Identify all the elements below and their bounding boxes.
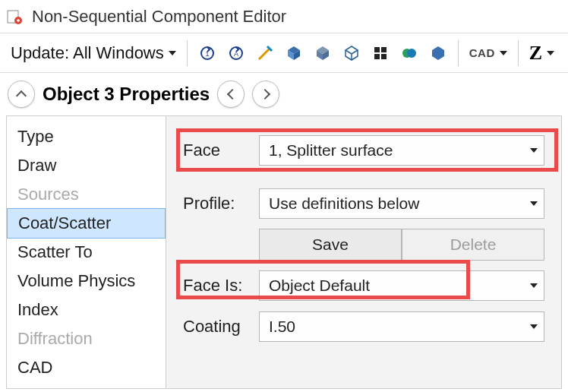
face-label: Face: [183, 141, 259, 160]
svg-text:1: 1: [205, 50, 209, 58]
profile-label: Profile:: [183, 194, 259, 213]
face-dropdown[interactable]: 1, Splitter surface: [259, 135, 544, 166]
sidebar-item-scatter-to[interactable]: Scatter To: [7, 238, 166, 267]
toolbar-separator: [458, 40, 459, 66]
tilt-icon[interactable]: [253, 41, 277, 65]
coating-label: Coating: [183, 317, 259, 337]
chevron-left-icon: [227, 89, 238, 100]
properties-body: Type Draw Sources Coat/Scatter Scatter T…: [6, 115, 562, 389]
toolbar-separator: [187, 40, 188, 66]
sidebar-item-sources: Sources: [7, 180, 166, 209]
sidebar: Type Draw Sources Coat/Scatter Scatter T…: [7, 116, 166, 388]
profile-buttons: Save Delete: [259, 229, 544, 261]
cad-dropdown[interactable]: CAD: [466, 45, 510, 61]
delete-button: Delete: [402, 229, 544, 261]
svg-rect-7: [381, 47, 387, 52]
caret-down-icon: [530, 324, 538, 329]
faceis-label: Face Is:: [183, 276, 259, 296]
save-button[interactable]: Save: [259, 229, 402, 261]
collapse-button[interactable]: [8, 81, 35, 108]
chevron-up-icon: [16, 90, 27, 101]
cad-label: CAD: [469, 46, 495, 59]
sidebar-item-volume-physics[interactable]: Volume Physics: [7, 267, 166, 296]
face-row: Face 1, Splitter surface: [183, 134, 544, 166]
z-label: Z: [529, 42, 542, 65]
sidebar-item-diffraction: Diffraction: [7, 324, 166, 353]
caret-down-icon: [547, 51, 554, 55]
caret-down-icon: [500, 51, 507, 55]
profile-value: Use definitions below: [269, 194, 419, 213]
hexagon-icon[interactable]: [426, 41, 450, 65]
grid-icon[interactable]: [368, 41, 393, 65]
coating-value: I.50: [269, 318, 295, 336]
overlap-icon[interactable]: [397, 41, 421, 65]
caret-down-icon: [530, 148, 538, 153]
delete-label: Delete: [450, 236, 497, 254]
svg-rect-6: [374, 47, 380, 52]
refresh-all-icon[interactable]: A: [224, 41, 248, 65]
sidebar-item-cad[interactable]: CAD: [7, 353, 166, 382]
save-label: Save: [312, 236, 349, 254]
sidebar-item-type[interactable]: Type: [7, 122, 166, 151]
caret-down-icon: [530, 201, 538, 206]
faceis-value: Object Default: [269, 277, 370, 295]
faceis-dropdown[interactable]: Object Default: [259, 270, 544, 301]
app-icon: [6, 8, 23, 25]
sidebar-item-draw[interactable]: Draw: [7, 151, 166, 180]
z-dropdown[interactable]: Z: [526, 40, 557, 66]
shaded-cube-icon[interactable]: [311, 41, 335, 65]
form-panel: Face 1, Splitter surface Profile: Use de…: [166, 116, 561, 388]
svg-point-11: [407, 49, 416, 58]
caret-down-icon: [530, 283, 538, 288]
svg-rect-8: [374, 54, 380, 59]
profile-row: Profile: Use definitions below: [183, 188, 544, 220]
next-object-button[interactable]: [252, 81, 279, 108]
toolbar: Update: All Windows 1 A CAD Z: [0, 33, 568, 73]
object-3d-icon[interactable]: [282, 41, 306, 65]
wireframe-cube-icon[interactable]: [339, 41, 364, 65]
titlebar: Non-Sequential Component Editor: [0, 0, 568, 33]
svg-rect-9: [381, 54, 387, 59]
chevron-right-icon: [260, 89, 270, 100]
prev-object-button[interactable]: [217, 81, 245, 108]
svg-text:A: A: [234, 50, 238, 58]
properties-header: Object 3 Properties: [0, 73, 568, 115]
update-label: Update: All Windows: [11, 43, 164, 63]
window-title: Non-Sequential Component Editor: [32, 7, 286, 27]
sidebar-item-index[interactable]: Index: [7, 296, 166, 324]
coating-dropdown[interactable]: I.50: [259, 311, 544, 342]
update-dropdown[interactable]: Update: All Windows: [8, 42, 179, 65]
toolbar-separator: [518, 40, 519, 66]
coating-row: Coating I.50: [183, 311, 544, 343]
face-value: 1, Splitter surface: [269, 141, 393, 160]
profile-dropdown[interactable]: Use definitions below: [259, 188, 544, 219]
refresh-single-icon[interactable]: 1: [195, 41, 219, 65]
properties-title: Object 3 Properties: [43, 84, 210, 105]
faceis-row: Face Is: Object Default: [183, 270, 544, 302]
sidebar-item-coat-scatter[interactable]: Coat/Scatter: [7, 208, 166, 239]
caret-down-icon: [169, 51, 176, 55]
